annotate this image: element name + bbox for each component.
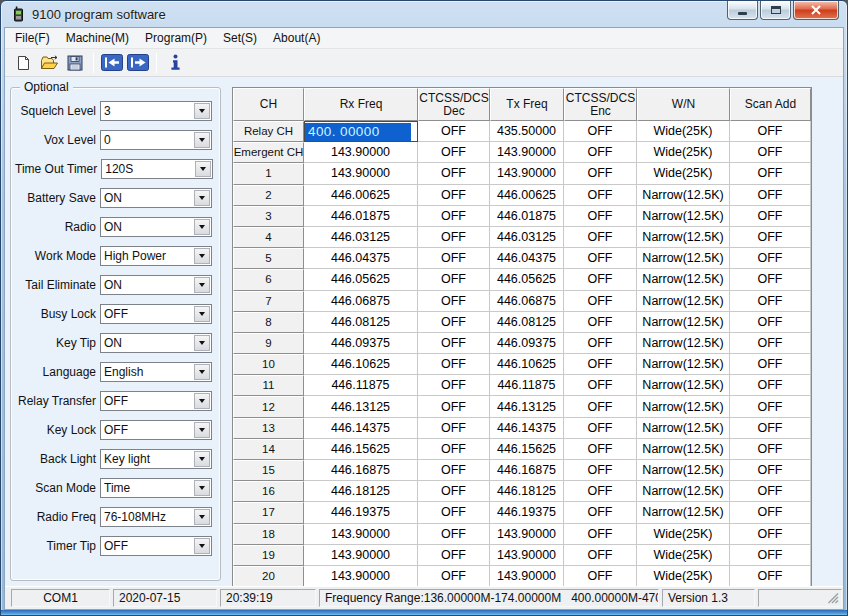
grid-cell[interactable]: 143.90000: [490, 566, 564, 586]
row-header[interactable]: 16: [233, 481, 304, 502]
row-header[interactable]: 6: [233, 269, 304, 290]
chevron-down-icon[interactable]: [194, 306, 210, 322]
chevron-down-icon[interactable]: [194, 335, 210, 351]
grid-cell[interactable]: 446.10625: [490, 354, 564, 375]
grid-cell[interactable]: 143.90000: [304, 566, 418, 586]
grid-cell[interactable]: Narrow(12.5K): [637, 481, 730, 502]
grid-cell[interactable]: OFF: [730, 545, 811, 566]
grid-cell[interactable]: Narrow(12.5K): [637, 396, 730, 417]
grid-cell[interactable]: OFF: [730, 375, 811, 396]
close-button[interactable]: [793, 1, 839, 20]
grid-cell[interactable]: 446.08125: [304, 312, 418, 333]
menu-item[interactable]: Set(S): [215, 29, 265, 47]
grid-cell[interactable]: Narrow(12.5K): [637, 333, 730, 354]
grid-cell[interactable]: 143.90000: [304, 163, 418, 184]
grid-cell[interactable]: Narrow(12.5K): [637, 291, 730, 312]
grid-cell[interactable]: OFF: [418, 121, 490, 142]
grid-cell[interactable]: Wide(25K): [637, 142, 730, 163]
option-combobox[interactable]: 76-108MHz: [100, 507, 212, 527]
grid-cell[interactable]: OFF: [418, 354, 490, 375]
row-header[interactable]: 2: [233, 185, 304, 206]
grid-cell[interactable]: OFF: [564, 460, 637, 481]
grid-cell[interactable]: OFF: [564, 163, 637, 184]
grid-cell[interactable]: OFF: [418, 248, 490, 269]
row-header[interactable]: 13: [233, 418, 304, 439]
grid-cell[interactable]: OFF: [418, 375, 490, 396]
grid-cell[interactable]: OFF: [418, 185, 490, 206]
grid-cell[interactable]: OFF: [564, 269, 637, 290]
grid-cell[interactable]: 446.09375: [490, 333, 564, 354]
grid-cell[interactable]: 143.90000: [304, 524, 418, 545]
option-combobox[interactable]: Key light: [100, 449, 212, 469]
chevron-down-icon[interactable]: [194, 451, 210, 467]
grid-cell[interactable]: 446.04375: [304, 248, 418, 269]
grid-cell[interactable]: 143.90000: [490, 163, 564, 184]
grid-cell[interactable]: OFF: [730, 524, 811, 545]
grid-cell[interactable]: OFF: [730, 566, 811, 586]
grid-cell[interactable]: OFF: [418, 142, 490, 163]
grid-cell[interactable]: 446.01875: [490, 206, 564, 227]
grid-cell[interactable]: 446.00625: [304, 185, 418, 206]
grid-cell[interactable]: Narrow(12.5K): [637, 248, 730, 269]
grid-cell[interactable]: OFF: [564, 206, 637, 227]
maximize-button[interactable]: [760, 1, 791, 20]
grid-cell[interactable]: 446.08125: [490, 312, 564, 333]
grid-cell[interactable]: OFF: [564, 502, 637, 523]
resize-grip-icon[interactable]: [828, 593, 840, 605]
grid-cell[interactable]: 446.18125: [304, 481, 418, 502]
grid-cell[interactable]: OFF: [418, 333, 490, 354]
grid-cell[interactable]: OFF: [418, 163, 490, 184]
row-header[interactable]: 11: [233, 375, 304, 396]
grid-cell[interactable]: Wide(25K): [637, 121, 730, 142]
option-combobox[interactable]: ON: [100, 217, 212, 237]
grid-cell[interactable]: OFF: [418, 566, 490, 586]
row-header[interactable]: 18: [233, 524, 304, 545]
grid-cell[interactable]: OFF: [564, 396, 637, 417]
grid-cell[interactable]: OFF: [418, 396, 490, 417]
row-header[interactable]: 19: [233, 545, 304, 566]
grid-cell[interactable]: 446.00625: [490, 185, 564, 206]
grid-cell[interactable]: 446.11875: [304, 375, 418, 396]
row-header[interactable]: Emergent CH: [233, 142, 304, 163]
menu-item[interactable]: Machine(M): [58, 29, 137, 47]
option-combobox[interactable]: English: [100, 362, 212, 382]
chevron-down-icon[interactable]: [194, 190, 210, 206]
grid-cell[interactable]: 446.16875: [490, 460, 564, 481]
row-header[interactable]: 15: [233, 460, 304, 481]
grid-cell[interactable]: OFF: [564, 375, 637, 396]
grid-cell[interactable]: OFF: [730, 333, 811, 354]
row-header[interactable]: 14: [233, 439, 304, 460]
grid-cell[interactable]: 446.05625: [490, 269, 564, 290]
grid-cell[interactable]: Narrow(12.5K): [637, 460, 730, 481]
grid-cell[interactable]: 446.15625: [304, 439, 418, 460]
grid-cell[interactable]: 446.03125: [304, 227, 418, 248]
row-header[interactable]: Relay CH: [233, 121, 304, 142]
grid-cell[interactable]: OFF: [730, 163, 811, 184]
option-combobox[interactable]: OFF: [100, 536, 212, 556]
chevron-down-icon[interactable]: [194, 393, 210, 409]
grid-cell[interactable]: Narrow(12.5K): [637, 354, 730, 375]
grid-cell[interactable]: Wide(25K): [637, 545, 730, 566]
minimize-button[interactable]: [727, 1, 758, 20]
grid-cell[interactable]: 446.19375: [490, 502, 564, 523]
grid-cell[interactable]: OFF: [730, 269, 811, 290]
grid-cell[interactable]: OFF: [564, 312, 637, 333]
grid-cell[interactable]: Narrow(12.5K): [637, 312, 730, 333]
grid-cell[interactable]: OFF: [730, 227, 811, 248]
option-combobox[interactable]: ON: [100, 275, 212, 295]
grid-cell[interactable]: OFF: [730, 354, 811, 375]
grid-cell[interactable]: 446.13125: [490, 396, 564, 417]
grid-cell[interactable]: OFF: [564, 291, 637, 312]
row-header[interactable]: 9: [233, 333, 304, 354]
grid-cell[interactable]: OFF: [730, 185, 811, 206]
row-header[interactable]: 4: [233, 227, 304, 248]
grid-cell[interactable]: 446.11875: [490, 375, 564, 396]
open-file-button[interactable]: [36, 51, 62, 75]
read-from-radio-button[interactable]: [99, 51, 125, 75]
grid-cell[interactable]: OFF: [418, 206, 490, 227]
row-header[interactable]: 7: [233, 291, 304, 312]
chevron-down-icon[interactable]: [194, 422, 210, 438]
option-combobox[interactable]: 3: [100, 101, 212, 121]
grid-cell[interactable]: OFF: [730, 312, 811, 333]
grid-cell[interactable]: 143.90000: [490, 545, 564, 566]
